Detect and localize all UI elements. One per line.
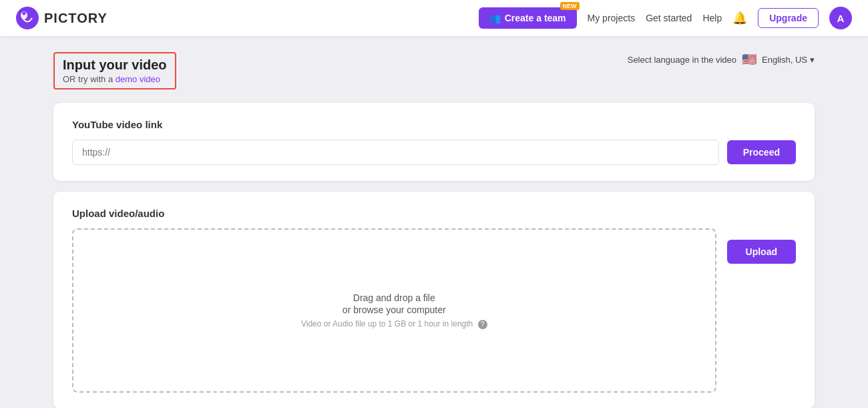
youtube-url-input[interactable] xyxy=(72,140,719,165)
proceed-button[interactable]: Proceed xyxy=(727,140,796,164)
drag-drop-line1: Drag and drop a file xyxy=(353,292,435,303)
language-flag: 🇺🇸 xyxy=(742,52,756,67)
page-subtitle: OR try with a demo video xyxy=(63,74,167,84)
language-value: English, US xyxy=(762,55,807,65)
limit-text-label: Video or Audio file up to 1 GB or 1 hour… xyxy=(301,319,473,329)
upload-card: Upload video/audio Drag and drop a file … xyxy=(53,192,815,408)
get-started-link[interactable]: Get started xyxy=(646,13,692,23)
help-icon[interactable]: ? xyxy=(478,320,487,329)
language-selector: Select language in the video 🇺🇸 English,… xyxy=(628,52,815,67)
create-team-button[interactable]: 👥 Create a team NEW xyxy=(479,7,577,29)
upgrade-button[interactable]: Upgrade xyxy=(758,8,819,28)
upload-card-inner: Upload video/audio Drag and drop a file … xyxy=(72,208,796,393)
youtube-card: YouTube video link Proceed xyxy=(53,103,815,181)
upload-button[interactable]: Upload xyxy=(727,240,796,264)
notifications-bell-icon[interactable]: 🔔 xyxy=(732,11,747,25)
svg-point-0 xyxy=(16,7,39,29)
create-team-label: Create a team xyxy=(505,13,566,23)
page-header: Input your video OR try with a demo vide… xyxy=(53,52,815,89)
main-content: Input your video OR try with a demo vide… xyxy=(0,36,868,408)
navbar-right: 👥 Create a team NEW My projects Get star… xyxy=(479,7,852,29)
new-badge: NEW xyxy=(560,2,580,10)
pictory-logo-icon xyxy=(16,7,39,29)
youtube-card-title: YouTube video link xyxy=(72,119,796,130)
svg-point-2 xyxy=(23,12,26,15)
team-icon: 👥 xyxy=(489,13,501,23)
help-link[interactable]: Help xyxy=(702,13,722,23)
page-title: Input your video xyxy=(63,57,167,73)
upload-dropzone[interactable]: Drag and drop a file or browse your comp… xyxy=(72,228,716,393)
upload-right: Upload xyxy=(716,208,796,264)
brand-name: PICTORY xyxy=(44,11,107,26)
youtube-row: Proceed xyxy=(72,140,796,165)
my-projects-link[interactable]: My projects xyxy=(588,13,636,23)
upload-card-title: Upload video/audio xyxy=(72,208,716,219)
language-dropdown[interactable]: English, US ▾ xyxy=(762,55,815,65)
navbar-left: PICTORY xyxy=(16,7,107,29)
upload-limit-text: Video or Audio file up to 1 GB or 1 hour… xyxy=(301,319,487,329)
avatar[interactable]: A xyxy=(829,7,852,29)
drag-drop-line2: or browse your computer xyxy=(343,304,446,315)
navbar: PICTORY 👥 Create a team NEW My projects … xyxy=(0,0,868,36)
chevron-down-icon: ▾ xyxy=(810,55,815,65)
demo-video-link[interactable]: demo video xyxy=(116,74,160,84)
language-label: Select language in the video xyxy=(628,55,736,65)
subtitle-prefix: OR try with a xyxy=(63,74,116,84)
upload-left: Upload video/audio Drag and drop a file … xyxy=(72,208,716,393)
input-video-box: Input your video OR try with a demo vide… xyxy=(53,52,176,89)
